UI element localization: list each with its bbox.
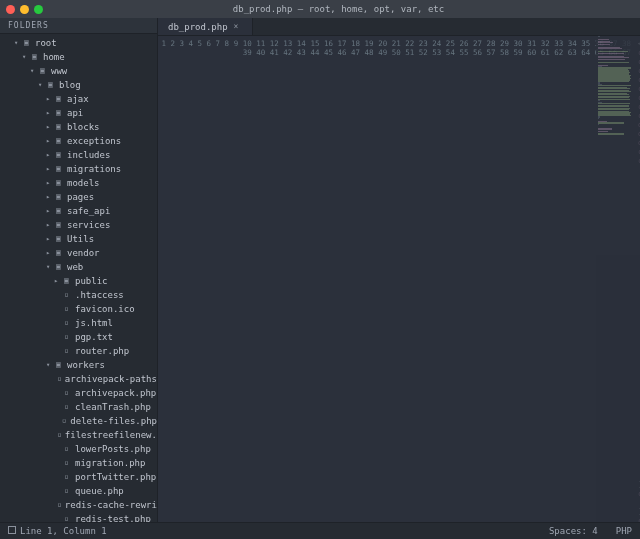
folder-item[interactable]: ▾▣home [0,50,157,64]
folder-item[interactable]: ▸▣vendor [0,246,157,260]
folder-item[interactable]: ▾▣blog [0,78,157,92]
file-item[interactable]: ▫archivepack.php [0,386,157,400]
file-icon: ▫ [57,373,62,385]
file-item[interactable]: ▫delete-files.php [0,414,157,428]
file-icon: ▫ [64,303,72,315]
folder-icon: ▣ [56,261,64,273]
folder-icon: ▣ [56,191,64,203]
folder-item[interactable]: ▾▣web [0,260,157,274]
file-icon: ▫ [64,345,72,357]
file-item[interactable]: ▫favicon.ico [0,302,157,316]
file-icon: ▫ [64,317,72,329]
folder-item[interactable]: ▾▣root [0,36,157,50]
file-icon: ▫ [64,485,72,497]
file-item[interactable]: ▫queue.php [0,484,157,498]
folder-item[interactable]: ▸▣Utils [0,232,157,246]
code-editor[interactable]: 1 2 3 4 5 6 7 8 9 10 11 12 13 14 15 16 1… [158,36,640,522]
code-lines[interactable]: <?phpconst DB_HOST = 'localhost';const D… [636,36,640,522]
folder-item[interactable]: ▾▣www [0,64,157,78]
folder-item[interactable]: ▸▣ajax [0,92,157,106]
folder-item[interactable]: ▸▣api [0,106,157,120]
file-item[interactable]: ▫cleanTrash.php [0,400,157,414]
folder-icon: ▣ [56,121,64,133]
file-item[interactable]: ▫migration.php [0,456,157,470]
folder-icon: ▣ [40,65,48,77]
folder-icon: ▣ [24,37,32,49]
folder-icon: ▣ [48,79,56,91]
file-item[interactable]: ▫archivepack-paths.php [0,372,157,386]
file-icon: ▫ [64,471,72,483]
file-item[interactable]: ▫pgp.txt [0,330,157,344]
folder-icon: ▣ [56,163,64,175]
close-icon[interactable] [6,5,15,14]
status-bar: Line 1, Column 1 Spaces: 4 PHP [0,522,640,539]
status-spaces[interactable]: Spaces: 4 [549,526,598,536]
folder-icon: ▣ [56,93,64,105]
window-titlebar: db_prod.php — root, home, opt, var, etc [0,0,640,18]
folder-icon: ▣ [64,275,72,287]
zoom-icon[interactable] [34,5,43,14]
file-icon: ▫ [62,415,67,427]
folder-item[interactable]: ▾▣workers [0,358,157,372]
folder-icon: ▣ [56,107,64,119]
file-icon: ▫ [64,401,72,413]
status-language[interactable]: PHP [616,526,632,536]
line-numbers: 1 2 3 4 5 6 7 8 9 10 11 12 13 14 15 16 1… [158,36,636,522]
file-icon: ▫ [64,331,72,343]
file-icon: ▫ [57,429,62,441]
file-item[interactable]: ▫filestreefilenew.php [0,428,157,442]
folder-icon: ▣ [56,219,64,231]
folder-icon: ▣ [56,149,64,161]
sidebar: FOLDERS ▾▣root▾▣home▾▣www▾▣blog▸▣ajax▸▣a… [0,18,158,522]
tab-db-prod[interactable]: db_prod.php × [158,18,253,35]
folder-item[interactable]: ▸▣blocks [0,120,157,134]
minimize-icon[interactable] [20,5,29,14]
editor-area: db_prod.php × 1 2 3 4 5 6 7 8 9 10 11 12… [158,18,640,522]
folder-item[interactable]: ▸▣services [0,218,157,232]
traffic-lights [6,5,43,14]
close-icon[interactable]: × [234,22,239,31]
file-icon: ▫ [64,513,72,522]
file-icon: ▫ [64,443,72,455]
folder-icon: ▣ [56,359,64,371]
folder-item[interactable]: ▸▣includes [0,148,157,162]
folder-item[interactable]: ▸▣safe_api [0,204,157,218]
folder-item[interactable]: ▸▣pages [0,190,157,204]
file-item[interactable]: ▫lowerPosts.php [0,442,157,456]
file-item[interactable]: ▫portTwitter.php [0,470,157,484]
window-title: db_prod.php — root, home, opt, var, etc [43,4,634,14]
folder-icon: ▣ [32,51,40,63]
file-icon: ▫ [57,499,62,511]
panel-icon[interactable] [8,526,16,534]
status-left: Line 1, Column 1 [8,526,107,536]
file-item[interactable]: ▫redis-cache-rewrite.php [0,498,157,512]
file-icon: ▫ [64,387,72,399]
file-item[interactable]: ▫router.php [0,344,157,358]
folder-item[interactable]: ▸▣exceptions [0,134,157,148]
folder-item[interactable]: ▸▣models [0,176,157,190]
folder-item[interactable]: ▸▣migrations [0,162,157,176]
sidebar-header: FOLDERS [0,18,157,34]
file-item[interactable]: ▫redis-test.php [0,512,157,522]
tab-bar: db_prod.php × [158,18,640,36]
folder-icon: ▣ [56,247,64,259]
file-item[interactable]: ▫js.html [0,316,157,330]
folder-icon: ▣ [56,177,64,189]
file-icon: ▫ [64,289,72,301]
folder-item[interactable]: ▸▣public [0,274,157,288]
file-icon: ▫ [64,457,72,469]
folder-icon: ▣ [56,135,64,147]
folder-tree: ▾▣root▾▣home▾▣www▾▣blog▸▣ajax▸▣api▸▣bloc… [0,34,157,522]
folder-icon: ▣ [56,205,64,217]
tab-label: db_prod.php [168,22,228,32]
folder-icon: ▣ [56,233,64,245]
file-item[interactable]: ▫.htaccess [0,288,157,302]
